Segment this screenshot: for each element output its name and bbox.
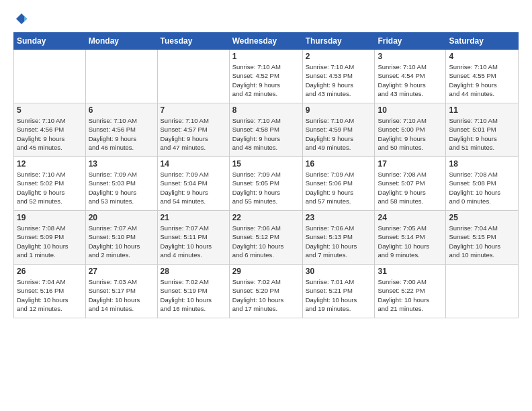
day-info: Sunrise: 7:10 AM Sunset: 4:55 PM Dayligh…: [449, 62, 515, 98]
calendar-cell: 29Sunrise: 7:02 AM Sunset: 5:20 PM Dayli…: [229, 265, 302, 318]
calendar-cell: 17Sunrise: 7:08 AM Sunset: 5:07 PM Dayli…: [375, 157, 446, 211]
day-number: 20: [89, 213, 154, 222]
calendar: SundayMondayTuesdayWednesdayThursdayFrid…: [13, 32, 519, 318]
day-number: 11: [449, 105, 515, 115]
week-row-4: 26Sunrise: 7:04 AM Sunset: 5:16 PM Dayli…: [14, 265, 519, 318]
svg-marker-1: [24, 16, 27, 21]
day-number: 27: [89, 267, 154, 276]
calendar-cell: [14, 50, 86, 103]
day-number: 4: [449, 52, 515, 61]
day-number: 13: [89, 159, 154, 169]
calendar-cell: [157, 50, 229, 103]
day-info: Sunrise: 7:10 AM Sunset: 4:56 PM Dayligh…: [89, 116, 154, 152]
day-number: 6: [89, 105, 154, 115]
calendar-cell: 25Sunrise: 7:04 AM Sunset: 5:15 PM Dayli…: [446, 211, 519, 265]
weekday-saturday: Saturday: [446, 33, 519, 50]
day-info: Sunrise: 7:05 AM Sunset: 5:14 PM Dayligh…: [378, 224, 443, 259]
day-number: 1: [232, 52, 300, 61]
week-row-0: 1Sunrise: 7:10 AM Sunset: 4:52 PM Daylig…: [14, 50, 519, 103]
calendar-cell: 27Sunrise: 7:03 AM Sunset: 5:17 PM Dayli…: [85, 265, 157, 318]
day-info: Sunrise: 7:02 AM Sunset: 5:19 PM Dayligh…: [161, 277, 226, 313]
week-row-3: 19Sunrise: 7:08 AM Sunset: 5:09 PM Dayli…: [14, 211, 519, 265]
day-info: Sunrise: 7:01 AM Sunset: 5:21 PM Dayligh…: [306, 277, 372, 313]
day-info: Sunrise: 7:06 AM Sunset: 5:12 PM Dayligh…: [232, 224, 300, 259]
day-number: 8: [232, 105, 300, 115]
header: [13, 12, 519, 26]
calendar-cell: 12Sunrise: 7:10 AM Sunset: 5:02 PM Dayli…: [14, 157, 86, 211]
calendar-cell: 2Sunrise: 7:10 AM Sunset: 4:53 PM Daylig…: [302, 50, 375, 103]
day-number: 24: [378, 213, 443, 222]
calendar-cell: 5Sunrise: 7:10 AM Sunset: 4:56 PM Daylig…: [14, 103, 86, 157]
calendar-cell: 7Sunrise: 7:10 AM Sunset: 4:57 PM Daylig…: [157, 103, 229, 157]
calendar-cell: 21Sunrise: 7:07 AM Sunset: 5:11 PM Dayli…: [157, 211, 229, 265]
day-info: Sunrise: 7:10 AM Sunset: 4:59 PM Dayligh…: [306, 116, 372, 152]
day-info: Sunrise: 7:10 AM Sunset: 5:00 PM Dayligh…: [378, 116, 443, 152]
day-info: Sunrise: 7:02 AM Sunset: 5:20 PM Dayligh…: [232, 277, 300, 313]
day-info: Sunrise: 7:04 AM Sunset: 5:15 PM Dayligh…: [449, 224, 515, 259]
day-info: Sunrise: 7:00 AM Sunset: 5:22 PM Dayligh…: [378, 277, 443, 313]
day-number: 22: [232, 213, 300, 222]
day-number: 31: [378, 267, 443, 276]
weekday-sunday: Sunday: [14, 33, 86, 50]
day-info: Sunrise: 7:10 AM Sunset: 4:56 PM Dayligh…: [17, 116, 83, 152]
day-info: Sunrise: 7:07 AM Sunset: 5:11 PM Dayligh…: [161, 224, 226, 259]
day-info: Sunrise: 7:08 AM Sunset: 5:08 PM Dayligh…: [449, 170, 515, 205]
day-number: 2: [306, 52, 372, 61]
weekday-friday: Friday: [375, 33, 446, 50]
calendar-cell: 10Sunrise: 7:10 AM Sunset: 5:00 PM Dayli…: [375, 103, 446, 157]
day-info: Sunrise: 7:03 AM Sunset: 5:17 PM Dayligh…: [89, 277, 154, 313]
calendar-cell: 26Sunrise: 7:04 AM Sunset: 5:16 PM Dayli…: [14, 265, 86, 318]
day-number: 18: [449, 159, 515, 169]
day-info: Sunrise: 7:09 AM Sunset: 5:05 PM Dayligh…: [232, 170, 300, 205]
day-info: Sunrise: 7:10 AM Sunset: 4:52 PM Dayligh…: [232, 62, 300, 98]
calendar-cell: 1Sunrise: 7:10 AM Sunset: 4:52 PM Daylig…: [229, 50, 302, 103]
weekday-header-row: SundayMondayTuesdayWednesdayThursdayFrid…: [14, 33, 519, 50]
day-number: 16: [306, 159, 372, 169]
calendar-cell: [446, 265, 519, 318]
week-row-2: 12Sunrise: 7:10 AM Sunset: 5:02 PM Dayli…: [14, 157, 519, 211]
day-info: Sunrise: 7:10 AM Sunset: 4:57 PM Dayligh…: [161, 116, 226, 152]
day-info: Sunrise: 7:04 AM Sunset: 5:16 PM Dayligh…: [17, 277, 83, 313]
day-number: 14: [161, 159, 226, 169]
day-info: Sunrise: 7:06 AM Sunset: 5:13 PM Dayligh…: [306, 224, 372, 259]
calendar-cell: 3Sunrise: 7:10 AM Sunset: 4:54 PM Daylig…: [375, 50, 446, 103]
day-number: 19: [17, 213, 83, 222]
day-info: Sunrise: 7:08 AM Sunset: 5:07 PM Dayligh…: [378, 170, 443, 205]
page: SundayMondayTuesdayWednesdayThursdayFrid…: [0, 0, 532, 325]
day-number: 15: [232, 159, 300, 169]
day-info: Sunrise: 7:08 AM Sunset: 5:09 PM Dayligh…: [17, 224, 83, 259]
day-number: 30: [306, 267, 372, 276]
day-number: 26: [17, 267, 83, 276]
calendar-cell: 30Sunrise: 7:01 AM Sunset: 5:21 PM Dayli…: [302, 265, 375, 318]
day-number: 23: [306, 213, 372, 222]
calendar-cell: 9Sunrise: 7:10 AM Sunset: 4:59 PM Daylig…: [302, 103, 375, 157]
weekday-monday: Monday: [85, 33, 157, 50]
calendar-cell: 16Sunrise: 7:09 AM Sunset: 5:06 PM Dayli…: [302, 157, 375, 211]
calendar-cell: 28Sunrise: 7:02 AM Sunset: 5:19 PM Dayli…: [157, 265, 229, 318]
calendar-cell: 31Sunrise: 7:00 AM Sunset: 5:22 PM Dayli…: [375, 265, 446, 318]
day-number: 3: [378, 52, 443, 61]
day-info: Sunrise: 7:09 AM Sunset: 5:04 PM Dayligh…: [161, 170, 226, 205]
calendar-cell: 22Sunrise: 7:06 AM Sunset: 5:12 PM Dayli…: [229, 211, 302, 265]
day-number: 29: [232, 267, 300, 276]
day-info: Sunrise: 7:07 AM Sunset: 5:10 PM Dayligh…: [89, 224, 154, 259]
day-info: Sunrise: 7:10 AM Sunset: 4:58 PM Dayligh…: [232, 116, 300, 152]
calendar-cell: 14Sunrise: 7:09 AM Sunset: 5:04 PM Dayli…: [157, 157, 229, 211]
logo-icon: [15, 12, 28, 26]
day-info: Sunrise: 7:09 AM Sunset: 5:06 PM Dayligh…: [306, 170, 372, 205]
day-info: Sunrise: 7:10 AM Sunset: 4:54 PM Dayligh…: [378, 62, 443, 98]
day-number: 21: [161, 213, 226, 222]
day-number: 5: [17, 105, 83, 115]
calendar-cell: 18Sunrise: 7:08 AM Sunset: 5:08 PM Dayli…: [446, 157, 519, 211]
weekday-wednesday: Wednesday: [229, 33, 302, 50]
calendar-cell: 23Sunrise: 7:06 AM Sunset: 5:13 PM Dayli…: [302, 211, 375, 265]
day-info: Sunrise: 7:10 AM Sunset: 5:02 PM Dayligh…: [17, 170, 83, 205]
calendar-cell: 13Sunrise: 7:09 AM Sunset: 5:03 PM Dayli…: [85, 157, 157, 211]
day-number: 28: [161, 267, 226, 276]
calendar-cell: 8Sunrise: 7:10 AM Sunset: 4:58 PM Daylig…: [229, 103, 302, 157]
calendar-cell: 19Sunrise: 7:08 AM Sunset: 5:09 PM Dayli…: [14, 211, 86, 265]
day-number: 25: [449, 213, 515, 222]
calendar-cell: 11Sunrise: 7:10 AM Sunset: 5:01 PM Dayli…: [446, 103, 519, 157]
logo: [13, 12, 28, 26]
day-number: 12: [17, 159, 83, 169]
